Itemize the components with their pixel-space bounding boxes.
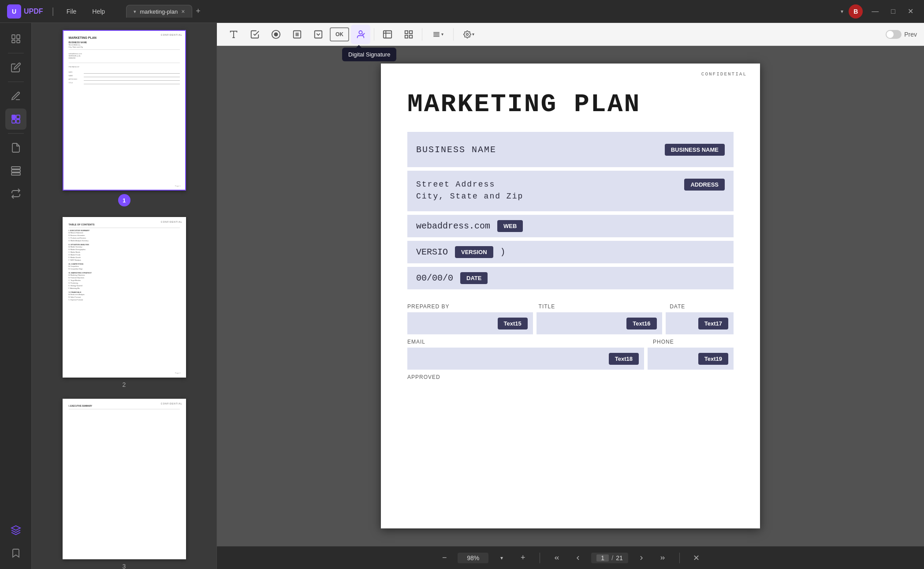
text18-cell[interactable]: Text18 <box>407 348 644 370</box>
address-row: Street Address City, State and Zip ADDRE… <box>407 171 734 211</box>
grid-tool-btn[interactable] <box>399 25 418 44</box>
help-menu[interactable]: Help <box>89 6 108 17</box>
minimize-btn[interactable]: — <box>868 6 882 17</box>
version-row: VERSIO VERSION ) <box>407 241 734 263</box>
app-logo: U UPDF <box>7 4 43 19</box>
sidebar-icon-pages[interactable] <box>5 137 26 158</box>
page-input[interactable] <box>596 554 609 562</box>
zoom-in-btn[interactable]: + <box>515 550 531 566</box>
svg-rect-5 <box>16 115 20 119</box>
tabs-chevron[interactable]: ▾ <box>841 8 843 15</box>
version-text: VERSIO <box>416 247 448 257</box>
text19-badge[interactable]: Text19 <box>698 353 728 365</box>
total-pages: 21 <box>616 554 623 562</box>
text15-badge[interactable]: Text15 <box>498 318 528 329</box>
business-name-badge[interactable]: BUSINESS NAME <box>665 144 725 156</box>
thumb-item-2[interactable]: CONFIDENTIAL TABLE OF CONTENTS I. EXECUT… <box>39 217 209 388</box>
app-name: UPDF <box>24 7 43 15</box>
file-menu[interactable]: File <box>63 6 80 17</box>
thumb-page-3[interactable]: CONFIDENTIAL I. EXECUTIVE SUMMARY <box>63 399 186 559</box>
checkbox-tool-btn[interactable] <box>245 25 265 44</box>
sidebar-icon-annotate[interactable] <box>5 86 26 107</box>
sidebar-icon-bookmark[interactable] <box>5 543 26 564</box>
version-badge[interactable]: VERSION <box>455 246 493 258</box>
toolbar-right: Prev <box>886 30 917 39</box>
go-next-btn[interactable] <box>633 550 649 566</box>
text17-badge[interactable]: Text17 <box>698 318 728 329</box>
active-tab[interactable]: ▾ marketing-plan × <box>126 5 192 18</box>
thumb-page-1[interactable]: CONFIDENTIAL MARKETING PLAN BUSINESS NAM… <box>63 30 186 191</box>
business-name-text: BUSINESS NAME <box>416 145 658 155</box>
align-tool-btn[interactable]: ▾ <box>426 25 450 44</box>
zoom-dropdown-btn[interactable]: ▾ <box>494 550 510 566</box>
pdf-page: CONFIDENTIAL MARKETING PLAN BUSINESS NAM… <box>381 64 760 528</box>
prev-toggle-switch[interactable] <box>886 30 902 39</box>
text15-cell[interactable]: Text15 <box>407 312 533 334</box>
toolbar-sep-3 <box>453 28 454 41</box>
button-tool-btn[interactable]: OK <box>330 27 349 41</box>
close-bottom-btn[interactable]: ✕ <box>689 550 704 566</box>
signature-tool-btn[interactable] <box>351 25 370 44</box>
svg-rect-20 <box>315 30 322 38</box>
radio-tool-btn[interactable] <box>266 25 286 44</box>
thumb2-content: TABLE OF CONTENTS I. EXECUTIVE SUMMARY A… <box>63 218 185 377</box>
svg-rect-28 <box>405 35 408 37</box>
sidebar-icon-organize[interactable] <box>5 160 26 181</box>
close-btn[interactable]: ✕ <box>904 5 917 17</box>
thumb1-number: 1 <box>118 194 130 206</box>
approved-header: APPROVED <box>407 373 734 381</box>
zoom-out-btn[interactable]: − <box>436 550 452 566</box>
sidebar-icon-layers[interactable] <box>5 520 26 541</box>
window-controls: ▾ B — □ ✕ <box>841 4 917 19</box>
text16-cell[interactable]: Text16 <box>537 312 662 334</box>
maximize-btn[interactable]: □ <box>887 6 899 17</box>
svg-rect-4 <box>12 115 15 119</box>
thumb-page-2[interactable]: CONFIDENTIAL TABLE OF CONTENTS I. EXECUT… <box>63 217 186 378</box>
svg-marker-11 <box>11 526 20 530</box>
svg-rect-26 <box>410 30 412 33</box>
go-prev-btn[interactable] <box>570 550 586 566</box>
sidebar-sep-3 <box>8 133 24 134</box>
thumb1-content: MARKETING PLAN BUSINESS NAME Street Addr… <box>63 31 185 190</box>
page-display: / 21 <box>591 553 628 563</box>
form-table: PREPARED BY TITLE DATE Text15 <box>407 303 734 381</box>
svg-point-21 <box>359 30 362 34</box>
thumb-item-1[interactable]: CONFIDENTIAL MARKETING PLAN BUSINESS NAM… <box>39 30 209 206</box>
text17-cell[interactable]: Text17 <box>666 312 734 334</box>
phone-header: PHONE <box>653 338 734 346</box>
text16-badge[interactable]: Text16 <box>626 318 656 329</box>
address-line2: City, State and Zip <box>416 191 677 202</box>
svg-rect-8 <box>11 167 20 169</box>
thumb-item-3[interactable]: CONFIDENTIAL I. EXECUTIVE SUMMARY 3 <box>39 399 209 569</box>
sidebar-icon-forms[interactable] <box>5 109 26 130</box>
new-tab-btn[interactable]: + <box>196 7 201 16</box>
web-badge[interactable]: WEB <box>497 220 523 232</box>
svg-rect-9 <box>11 170 20 172</box>
toolbar-sep-2 <box>422 28 422 41</box>
tab-area: ▾ marketing-plan × + <box>126 5 201 18</box>
svg-rect-7 <box>16 120 20 123</box>
sidebar-icon-edit[interactable] <box>5 57 26 78</box>
date-badge[interactable]: DATE <box>460 272 488 284</box>
sidebar-icon-convert[interactable] <box>5 183 26 204</box>
sidebar-icon-thumbnail[interactable] <box>5 28 26 49</box>
tab-close-btn[interactable]: × <box>181 8 185 15</box>
combo-tool-btn[interactable] <box>309 25 328 44</box>
go-first-btn[interactable] <box>549 550 565 566</box>
user-avatar[interactable]: B <box>849 4 863 19</box>
address-badge[interactable]: ADDRESS <box>684 179 725 191</box>
text-tool-btn[interactable] <box>224 25 243 44</box>
go-last-btn[interactable] <box>655 550 671 566</box>
settings-tool-btn[interactable]: ▾ <box>457 25 480 44</box>
btm-sep-2 <box>679 553 680 563</box>
form-recognize-btn[interactable] <box>378 25 397 44</box>
text19-cell[interactable]: Text19 <box>648 348 734 370</box>
svg-rect-22 <box>384 30 391 38</box>
business-name-row: BUSINESS NAME BUSINESS NAME <box>407 132 734 167</box>
thumb1-confidential: CONFIDENTIAL <box>161 34 183 36</box>
email-header: EMAIL <box>407 338 649 346</box>
thumb2-confidential: CONFIDENTIAL <box>161 221 183 223</box>
sidebar-sep-2 <box>8 82 24 82</box>
list-tool-btn[interactable] <box>287 25 307 44</box>
text18-badge[interactable]: Text18 <box>609 353 639 365</box>
